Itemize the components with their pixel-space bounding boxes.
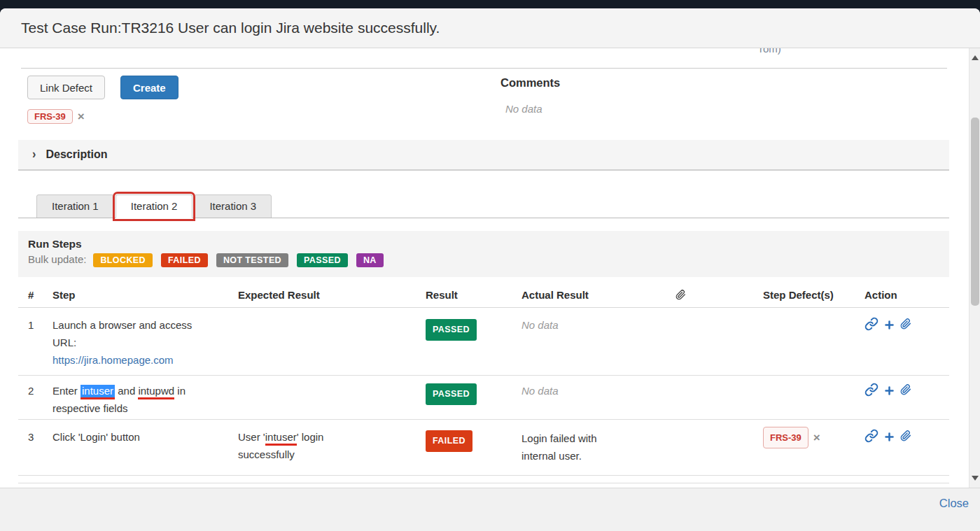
table-bottom-divider [18, 483, 949, 483]
step-text-part: Enter [52, 385, 80, 397]
iteration-tabs: Iteration 1Iteration 2Iteration 3 [36, 194, 273, 218]
header-attachment paperclip-icon [676, 289, 686, 303]
chevron-right-icon: › [32, 139, 36, 171]
tab-iteration-3[interactable]: Iteration 3 [194, 194, 272, 218]
scroll-up-icon[interactable] [969, 48, 980, 66]
expected-part: User ' [238, 431, 265, 443]
linked-defect-row: FRS-39× [27, 109, 85, 124]
result-cell: PASSED [426, 319, 477, 341]
modal-footer: Close [0, 488, 980, 531]
result-cell: PASSED [426, 383, 477, 405]
bulk-update-row: Bulk update:BLOCKEDFAILEDNOT TESTEDPASSE… [28, 253, 939, 267]
actual-result-empty: No data [522, 316, 668, 334]
expected-line2: successfully [238, 448, 295, 460]
description-label: Description [46, 148, 108, 160]
modal-title: Test Case Run:TR3216 User can login Jira… [0, 8, 980, 48]
row-actions [864, 428, 941, 448]
header-expected-result: Expected Result [238, 289, 410, 301]
header-num: # [28, 289, 34, 301]
description-section-toggle[interactable]: › Description [18, 140, 949, 171]
step-row-2: 2 Enter intuser and intupwd in respectiv… [18, 376, 949, 420]
step-text: Click 'Login' button [52, 428, 231, 446]
steps-table-header: # Step Expected Result Result Actual Res… [18, 283, 949, 308]
page-background: { "modal": { "title": "Test Case Run:TR3… [0, 0, 980, 531]
create-defect-button[interactable]: Create [120, 76, 178, 99]
row-actions [864, 316, 941, 336]
bulk-badge-failed[interactable]: FAILED [161, 253, 208, 267]
add-defect-icon[interactable] [884, 318, 895, 335]
result-badge-passed[interactable]: PASSED [426, 383, 477, 405]
step-url-link[interactable]: https://jira.homepage.com [52, 354, 174, 366]
header-step: Step [52, 289, 231, 301]
link-defect-icon[interactable] [864, 317, 878, 336]
expected-result-text: User 'intuser' login successfully [238, 428, 410, 463]
step-text: Enter intuser and intupwd in respective … [52, 382, 231, 417]
bulk-update-label: Bulk update: [28, 253, 86, 265]
remove-step-defect-icon[interactable]: × [813, 431, 820, 444]
step-number: 3 [28, 428, 34, 446]
bulk-badge-passed[interactable]: PASSED [297, 253, 348, 267]
result-cell: FAILED [426, 430, 472, 452]
tab-iteration-2[interactable]: Iteration 2 [115, 194, 193, 218]
link-defect-icon[interactable] [864, 383, 878, 402]
step-row-1: 1 Launch a browser and access URL: https… [18, 308, 949, 376]
step-text-line2: URL: [52, 337, 76, 348]
row-actions [864, 382, 941, 402]
result-badge-failed[interactable]: FAILED [426, 430, 472, 452]
comments-heading: Comments [500, 76, 560, 90]
run-steps-heading: Run Steps [28, 238, 939, 250]
remove-defect-icon[interactable]: × [78, 110, 85, 123]
step-row-3: 3 Click 'Login' button User 'intuser' lo… [18, 420, 949, 476]
link-defect-icon[interactable] [864, 429, 878, 448]
step-text-part: in [174, 385, 186, 397]
vertical-scrollbar[interactable] [969, 48, 980, 488]
actual-result-empty: No data [522, 382, 668, 399]
header-step-defects: Step Defect(s) [763, 289, 875, 301]
step-defect-cell: FRS-39× [763, 427, 875, 448]
close-button[interactable]: Close [939, 497, 969, 510]
run-steps-panel: Run Steps Bulk update:BLOCKEDFAILEDNOT T… [18, 231, 949, 277]
step-text-line2: respective fields [52, 402, 128, 414]
header-action: Action [864, 289, 941, 301]
step-number: 1 [28, 316, 34, 334]
underlined-username: intuser [265, 431, 297, 446]
scrollbar-thumb[interactable] [971, 118, 979, 306]
comments-empty-text: No data [505, 103, 542, 115]
section-divider [21, 68, 947, 69]
actual-result-text: Login failed with internal user. [522, 430, 668, 465]
step-text-line1: Launch a browser and access [52, 319, 192, 331]
bulk-badge-blocked[interactable]: BLOCKED [93, 253, 153, 267]
attach-file-icon[interactable] [900, 318, 911, 335]
header-actual-result: Actual Result [522, 289, 668, 301]
header-result: Result [426, 289, 458, 301]
bulk-badge-not-tested[interactable]: NOT TESTED [216, 253, 288, 267]
linked-defect-tag[interactable]: FRS-39 [27, 109, 73, 124]
link-defect-button[interactable]: Link Defect [27, 76, 105, 99]
clipped-scrolled-text: rom) [760, 48, 781, 55]
scroll-down-icon[interactable] [969, 469, 980, 488]
step-defect-tag[interactable]: FRS-39 [763, 427, 808, 448]
highlighted-username: intuser [80, 385, 115, 399]
underlined-password: intupwd [138, 385, 174, 399]
bulk-badge-na[interactable]: NA [356, 253, 384, 267]
add-defect-icon[interactable] [884, 383, 895, 401]
step-text-part: and [115, 385, 138, 397]
result-badge-passed[interactable]: PASSED [426, 319, 477, 341]
actual-line2: internal user. [522, 450, 582, 462]
add-defect-icon[interactable] [884, 430, 895, 447]
test-case-run-modal: Test Case Run:TR3216 User can login Jira… [0, 8, 980, 531]
tab-iteration-1[interactable]: Iteration 1 [36, 194, 114, 218]
modal-body: rom) Link Defect Create FRS-39× Comments… [0, 48, 969, 488]
modal-header: Test Case Run:TR3216 User can login Jira… [0, 8, 980, 48]
attach-file-icon[interactable] [900, 430, 911, 447]
step-number: 2 [28, 382, 34, 399]
actual-line1: Login failed with [522, 432, 597, 444]
attach-file-icon[interactable] [900, 383, 911, 401]
step-text: Launch a browser and access URL: https:/… [52, 316, 231, 369]
expected-part: ' login [297, 431, 324, 443]
